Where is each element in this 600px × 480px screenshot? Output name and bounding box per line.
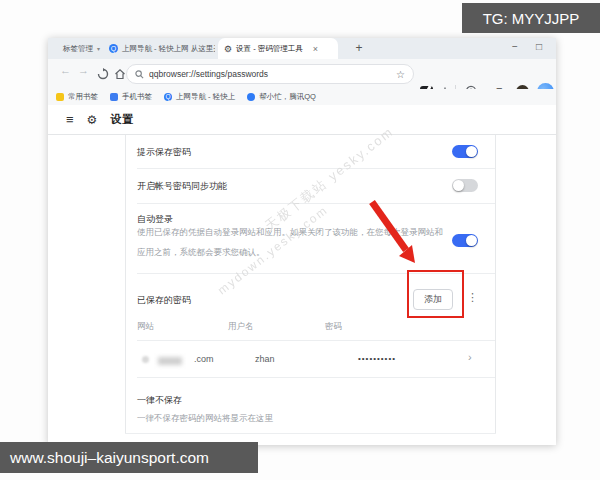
auto-login-toggle[interactable] bbox=[452, 234, 478, 247]
bookmark-folder-icon bbox=[56, 93, 64, 101]
column-site: 网站 bbox=[137, 321, 154, 333]
tab-label-manager[interactable]: 标签管理 ▾ bbox=[57, 38, 103, 59]
site-favicon-blurred bbox=[142, 356, 149, 363]
screenshot-stage: 标签管理 ▾ Q 上网导航 - 轻快上网 从这里开始 ⚙ 设置 - 密码管理工具… bbox=[0, 0, 600, 480]
tab-strip: 标签管理 ▾ Q 上网导航 - 轻快上网 从这里开始 ⚙ 设置 - 密码管理工具… bbox=[48, 38, 556, 59]
bookmark-label: 帮小忙，腾讯QQ bbox=[259, 92, 316, 102]
prompt-save-password-toggle[interactable] bbox=[452, 145, 478, 158]
close-tab-icon[interactable]: × bbox=[313, 44, 318, 54]
bookmark-navigation[interactable]: Q 上网导航 - 轻快上 bbox=[164, 92, 235, 102]
q-logo-icon: Q bbox=[164, 93, 172, 101]
sidebar-divider bbox=[125, 135, 126, 433]
settings-gear-icon: ⚙ bbox=[87, 113, 98, 127]
qq-nav-favicon: Q bbox=[109, 44, 118, 53]
refresh-icon[interactable] bbox=[97, 68, 109, 80]
new-tab-button[interactable]: + bbox=[351, 40, 367, 56]
gear-favicon-icon: ⚙ bbox=[224, 44, 232, 54]
page-title: 设置 bbox=[110, 112, 134, 127]
chevron-down-icon: ▾ bbox=[97, 45, 100, 52]
content-right-border bbox=[495, 135, 496, 433]
bookmark-label: 手机书签 bbox=[122, 92, 152, 102]
never-saved-hint: 一律不保存密码的网站将显示在这里 bbox=[137, 412, 449, 424]
home-icon[interactable] bbox=[114, 68, 126, 80]
sync-passwords-toggle[interactable] bbox=[452, 179, 478, 192]
bookmark-qq-help[interactable]: 帮小忙，腾讯QQ bbox=[247, 92, 316, 102]
divider bbox=[137, 203, 495, 204]
divider bbox=[137, 377, 495, 378]
site-name-blurred bbox=[158, 357, 182, 365]
qq-penguin-icon bbox=[247, 93, 255, 101]
red-highlight-box bbox=[407, 270, 464, 318]
sync-passwords-label: 开启帐号密码同步功能 bbox=[137, 180, 227, 193]
minimize-button[interactable]: − bbox=[508, 41, 522, 52]
bookmark-common[interactable]: 常用书签 bbox=[56, 92, 98, 102]
browser-toolbar: ← → qqbrowser://settings/passwords ☆ bbox=[48, 59, 556, 89]
divider bbox=[137, 340, 495, 341]
browser-window: 标签管理 ▾ Q 上网导航 - 轻快上网 从这里开始 ⚙ 设置 - 密码管理工具… bbox=[48, 38, 556, 445]
table-row[interactable]: .com zhan •••••••••• › bbox=[137, 346, 495, 376]
saved-passwords-title: 已保存的密码 bbox=[137, 294, 191, 307]
kebab-menu-icon[interactable]: ⋮ bbox=[467, 291, 478, 304]
settings-menu-icon[interactable]: ≡ bbox=[66, 112, 74, 127]
tg-watermark-badge: TG: MYYJJPP bbox=[462, 3, 600, 33]
tab-settings-passwords[interactable]: ⚙ 设置 - 密码管理工具 × bbox=[218, 38, 338, 59]
bookmark-star-icon[interactable]: ☆ bbox=[396, 69, 405, 80]
url-text: qqbrowser://settings/passwords bbox=[149, 69, 391, 79]
auto-login-description: 使用已保存的凭据自动登录网站和应用。如果关闭了该功能，在您每次登录网站和应用之前… bbox=[137, 222, 449, 262]
tab-title: 标签管理 bbox=[63, 44, 93, 54]
column-password: 密码 bbox=[325, 321, 342, 333]
username-cell: zhan bbox=[255, 354, 275, 364]
column-username: 用户名 bbox=[228, 321, 254, 333]
chevron-right-icon[interactable]: › bbox=[468, 351, 472, 363]
site-watermark-badge: www.shouji–kaiyunsport.com bbox=[0, 442, 258, 473]
maximize-button[interactable]: □ bbox=[532, 41, 546, 52]
forward-icon[interactable]: → bbox=[78, 64, 89, 76]
tab-title: 上网导航 - 轻快上网 从这里开始 bbox=[122, 44, 215, 54]
bookmark-mobile[interactable]: 手机书签 bbox=[110, 92, 152, 102]
search-icon bbox=[135, 70, 144, 79]
divider bbox=[137, 168, 495, 169]
password-cell: •••••••••• bbox=[358, 354, 396, 363]
prompt-save-password-label: 提示保存密码 bbox=[137, 146, 191, 159]
site-cell: .com bbox=[194, 354, 214, 364]
never-saved-title: 一律不保存 bbox=[137, 394, 182, 407]
card-bottom-border bbox=[125, 433, 496, 434]
settings-header: ≡ ⚙ 设置 bbox=[48, 105, 556, 135]
phone-bookmark-icon bbox=[110, 93, 118, 101]
tab-title: 设置 - 密码管理工具 bbox=[236, 44, 303, 54]
bookmark-label: 常用书签 bbox=[68, 92, 98, 102]
bookmarks-bar: 常用书签 手机书签 Q 上网导航 - 轻快上 帮小忙，腾讯QQ bbox=[48, 89, 556, 105]
address-bar[interactable]: qqbrowser://settings/passwords ☆ bbox=[126, 64, 414, 84]
back-icon[interactable]: ← bbox=[60, 64, 71, 76]
bookmark-label: 上网导航 - 轻快上 bbox=[176, 92, 235, 102]
tab-navigation[interactable]: Q 上网导航 - 轻快上网 从这里开始 bbox=[103, 38, 215, 59]
